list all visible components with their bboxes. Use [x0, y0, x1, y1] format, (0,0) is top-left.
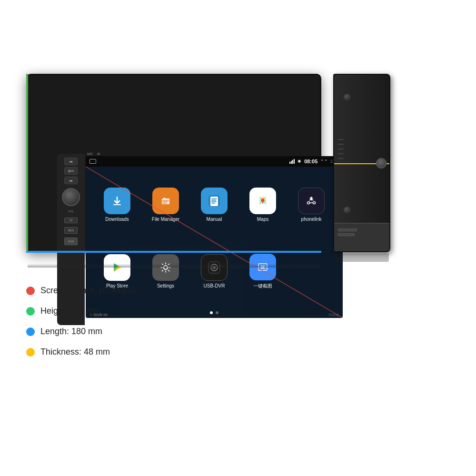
app-screenshot[interactable]: 一键截图: [238, 238, 287, 305]
tf-label: TF: [69, 219, 72, 222]
phonelink-icon: [298, 188, 325, 214]
svg-rect-5: [162, 201, 168, 202]
status-right: ✱ 08:05 ⌃⌃ □ ≡: [289, 159, 339, 164]
home-icon: [89, 159, 96, 164]
length-dot: [26, 327, 35, 336]
res-label: RES: [68, 229, 74, 232]
height-dot: [26, 307, 35, 316]
app-file-manager[interactable]: File Manager: [141, 171, 190, 238]
svg-rect-2: [113, 204, 121, 205]
usb-dvr-icon: [201, 254, 228, 281]
main-container: ⏮ ⏻/M ⏭ VOL TF RES AUX: [0, 0, 476, 476]
volume-knob[interactable]: [62, 188, 80, 206]
next-button[interactable]: ⏭: [64, 177, 78, 184]
maps-icon: [249, 188, 276, 214]
length-text: Length: 180 mm: [40, 327, 102, 337]
thickness-dot: [26, 348, 35, 357]
status-bar: ✱ 08:05 ⌃⌃ □ ≡: [86, 156, 343, 167]
vol-label: VOL: [68, 210, 74, 213]
mic-ir-label: MIC IR: [87, 152, 100, 156]
play-store-icon: [104, 254, 130, 281]
aux-label: AUX: [68, 240, 74, 243]
thickness-text: Thickness: 48 mm: [40, 347, 110, 357]
screenshot-label: 一键截图: [253, 283, 272, 289]
spec-thickness: Thickness: 48 mm: [26, 347, 217, 357]
prev-button[interactable]: ⏮: [64, 158, 78, 165]
svg-rect-11: [211, 201, 217, 202]
model-label: 7010B: [328, 313, 339, 317]
blue-border-line: [26, 251, 321, 253]
svg-rect-4: [162, 200, 169, 201]
app-manual[interactable]: Manual: [190, 171, 238, 238]
svg-rect-10: [211, 200, 216, 201]
side-knob: [376, 158, 387, 169]
settings-icon: [152, 254, 179, 281]
spec-length: Length: 180 mm: [26, 327, 217, 337]
phonelink-label: phonelink: [301, 217, 322, 222]
status-time: 08:05: [304, 159, 317, 164]
side-reflection: [334, 253, 389, 262]
spec-screen: Screen: 7 inch 1024x600: [26, 286, 217, 296]
app-downloads[interactable]: Downloads: [93, 171, 141, 238]
green-border-line: [26, 74, 28, 252]
file-manager-icon: [152, 188, 179, 214]
radio-front: ⏮ ⏻/M ⏭ VOL TF RES AUX: [26, 74, 321, 252]
manual-label: Manual: [207, 217, 222, 222]
signal-icon: [289, 159, 295, 164]
downloads-label: Downloads: [105, 217, 129, 222]
chevrons-icon: ⌃⌃: [320, 159, 328, 164]
svg-point-14: [261, 199, 265, 202]
radio-reflection: [28, 264, 320, 268]
status-left: [89, 159, 96, 164]
app-maps[interactable]: Maps: [238, 171, 287, 238]
manual-icon: [201, 188, 228, 214]
screen-dot: [26, 287, 35, 295]
spec-height: Height: 114 mm: [26, 306, 217, 316]
power-mode-button[interactable]: ⏻/M: [64, 167, 78, 175]
screen-text: Screen: 7 inch 1024x600: [40, 286, 135, 296]
downloads-icon: [104, 188, 130, 214]
height-text: Height: 114 mm: [40, 306, 101, 316]
file-manager-label: File Manager: [152, 217, 179, 222]
bluetooth-icon: ✱: [298, 159, 301, 164]
app-phonelink[interactable]: phonelink: [287, 171, 336, 238]
maps-label: Maps: [257, 217, 268, 222]
side-connector: [334, 223, 389, 251]
radio-side-view: [333, 74, 390, 252]
svg-rect-6: [162, 203, 167, 204]
svg-rect-12: [211, 203, 215, 204]
specs-section: Screen: 7 inch 1024x600 Height: 114 mm L…: [26, 286, 217, 367]
svg-rect-9: [211, 198, 217, 199]
